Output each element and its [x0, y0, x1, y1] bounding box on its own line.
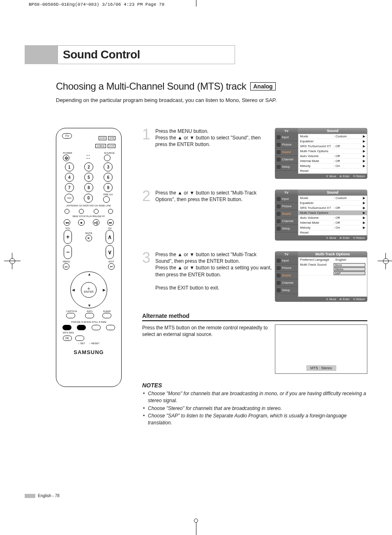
remote-box: CABLE [95, 144, 106, 148]
osd-row: Multi-Track Options▶ [298, 149, 367, 154]
osd-nav-item: Setup [275, 163, 298, 171]
up-arrow-icon: ▲ [88, 272, 91, 276]
chmgr-btn [79, 209, 84, 214]
osd-row: Multi-Track Options▶ [298, 211, 367, 215]
nav-icon [277, 281, 281, 285]
osd-nav-item: Channel [275, 218, 298, 225]
osd-tv-label: TV [275, 251, 298, 257]
sleep-label: SLEEP [102, 310, 111, 313]
rew-btn: ◂◂ [64, 219, 70, 226]
remote-box: VCR [108, 144, 115, 148]
osd-option: Mono [334, 263, 365, 267]
osd-row: Mode: Custom▶ [298, 134, 367, 139]
osd-nav-item: Setup [275, 225, 298, 232]
osd-panel: TVMulti-Track Options InputPictureSoundC… [275, 251, 367, 302]
nav-icon [277, 157, 281, 162]
prech-button [103, 196, 110, 203]
num-7: 7 [65, 183, 74, 192]
menu-btn: ▭ [63, 263, 69, 270]
num-2: 2 [84, 162, 93, 171]
left-arrow-icon: ◀ [72, 288, 75, 292]
nav-icon [277, 273, 281, 278]
step-3: 3 Press the ▲ or ▼ button to select "Mul… [142, 251, 367, 302]
caption-btn [66, 313, 75, 318]
still-btn [92, 325, 101, 330]
osd-row: Reset [298, 169, 367, 174]
osd-nav-item: Setup [275, 287, 298, 294]
power-button: ⏻ [63, 155, 69, 161]
step-text: Press the ▲ or ▼ button to select "Multi… [155, 190, 273, 241]
osd-nav-item: Input [275, 195, 298, 203]
registration-mark [380, 255, 392, 267]
alternate-method-text: Press the MTS button on the remote contr… [142, 324, 268, 338]
osd-option: SAP [334, 271, 365, 275]
brand-label: SAMSUNG [60, 349, 118, 355]
power-label: POWER [63, 152, 72, 155]
source-button [104, 155, 111, 161]
osd-row: Auto Volume: Off▶ [298, 215, 367, 220]
osd-nav: InputPictureSoundChannelSetup [275, 134, 298, 174]
osd-nav-item: Sound [275, 272, 298, 279]
notes-header: NOTES [142, 382, 367, 389]
prech-label: PRE-CH [103, 193, 113, 196]
caption-label: CAPTION [66, 310, 77, 313]
led-dots: ∘ ∘∘ ∘ [86, 154, 90, 160]
osd-tv-label: TV [275, 128, 298, 134]
step-2: 2 Press the ▲ or ▼ button to select "Mul… [142, 190, 367, 241]
section-accent [25, 45, 58, 64]
nav-icon [277, 212, 281, 216]
nav-icon [277, 150, 281, 154]
vol-down: − [64, 245, 72, 259]
registration-mark [6, 255, 18, 267]
srs-btn [75, 336, 84, 341]
osd-nav-item: Sound [275, 210, 298, 218]
osd-row: Multi-Track SoundMonoStereoSAP [298, 262, 367, 276]
sleep-btn [102, 313, 111, 318]
osd-nav-item: Picture [275, 141, 298, 148]
row-labels: ANTENNA CH MGR FAV.CH WISE LINK [60, 204, 118, 207]
osd-nav-item: Picture [275, 264, 298, 272]
osd-option: Stereo [334, 267, 365, 271]
right-arrow-icon: ▶ [103, 288, 106, 292]
osd-nav-item: Sound [275, 148, 298, 156]
osd-panel: TVSound InputPictureSoundChannelSetupMod… [275, 128, 367, 179]
step-number: 3 [142, 251, 153, 302]
osd-nav-item: Channel [275, 156, 298, 163]
alternate-method-header: Alternate method [142, 313, 367, 321]
note-item: Choose "SAP" to listen to the Separate A… [142, 412, 367, 426]
osd-footer: ⇕ Move⊕ Enter⟲ Return [275, 236, 367, 241]
num-3: 3 [104, 162, 113, 171]
osd-title: Sound [298, 128, 367, 134]
mts-btn: (●) [63, 336, 72, 341]
nav-icon [277, 259, 281, 263]
num-0: 0 [84, 194, 93, 203]
nav-icon [277, 135, 281, 139]
nav-icon [277, 219, 281, 223]
num-6: 6 [104, 173, 113, 182]
osd-row: SRS TruSurround XT: Off▶ [298, 206, 367, 211]
favch-btn [94, 209, 99, 214]
step-1: 1 Press the MENU button.Press the ▲ or ▼… [142, 128, 367, 179]
osd-tv-label: TV [275, 190, 298, 195]
osd-row: Internal Mute: Off▶ [298, 220, 367, 225]
osd-content: Mode: Custom▶Equalizer▶SRS TruSurround X… [298, 195, 367, 236]
ch-up: ∧ [106, 230, 114, 244]
remote-tv-label: TV [62, 133, 72, 139]
mts-display-box: MTS : Stereo [275, 324, 367, 374]
step-text: Press the MENU button.Press the ▲ or ▼ b… [155, 128, 273, 179]
crop-mark [196, 523, 196, 535]
exit-label: EXIT [108, 260, 115, 263]
num-9: 9 [104, 183, 113, 192]
vol-up: + [64, 230, 72, 244]
stop-btn: ■ [78, 219, 85, 226]
info-label: INFO [85, 310, 94, 313]
num-4: 4 [65, 173, 74, 182]
osd-nav-item: Picture [275, 203, 298, 210]
play-btn: ▸‖ [93, 219, 99, 226]
ch-down: ∨ [106, 245, 114, 259]
smode-btn [77, 325, 86, 330]
osd-row: Internal Mute: Off▶ [298, 159, 367, 164]
osd-row: Melody: On▶ [298, 164, 367, 169]
osd-row: Preferred Language: English [298, 257, 367, 262]
osd-row: Auto Volume: Off▶ [298, 154, 367, 159]
